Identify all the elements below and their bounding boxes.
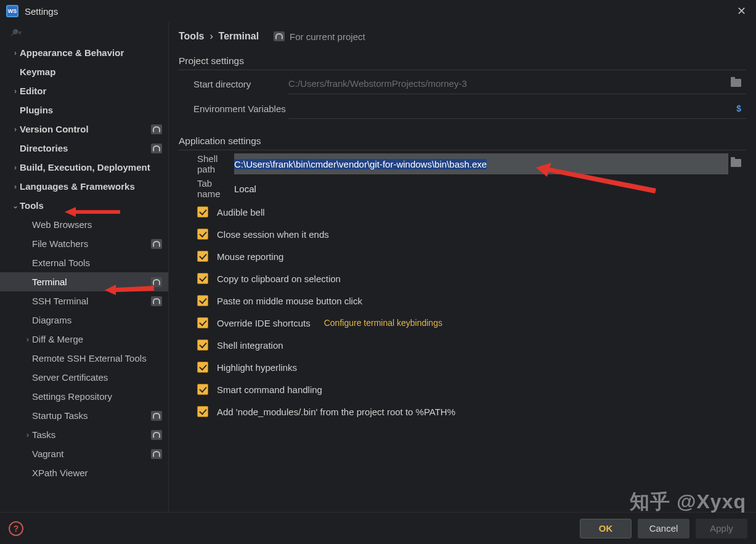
checkbox-label: Smart command handling — [217, 384, 322, 395]
close-icon[interactable]: ✕ — [733, 3, 750, 19]
chevron-right-icon: › — [11, 87, 20, 95]
project-icon — [274, 31, 285, 41]
sidebar-item-plugins[interactable]: Plugins — [0, 100, 168, 120]
sidebar-item-label: Diagrams — [32, 315, 71, 325]
checkbox[interactable] — [197, 206, 208, 217]
sidebar-item-appearance-behavior[interactable]: ›Appearance & Behavior — [0, 43, 168, 62]
configure-keybindings-link[interactable]: Configure terminal keybindings — [324, 318, 442, 328]
sidebar-item-directories[interactable]: Directories — [0, 139, 168, 158]
project-icon — [151, 411, 162, 421]
sidebar-item-diagrams[interactable]: Diagrams — [0, 311, 168, 330]
sidebar-item-xpath-viewer[interactable]: XPath Viewer — [0, 463, 168, 482]
sidebar-item-startup-tasks[interactable]: Startup Tasks — [0, 406, 168, 425]
start-directory-label: Start directory — [179, 79, 288, 89]
chevron-right-icon: › — [23, 431, 32, 439]
project-icon — [151, 296, 162, 306]
checkbox[interactable] — [197, 273, 208, 284]
checkbox-label: Paste on middle mouse button click — [217, 296, 362, 306]
sidebar-item-editor[interactable]: ›Editor — [0, 81, 168, 100]
checkbox[interactable] — [197, 229, 208, 240]
cancel-button[interactable]: Cancel — [638, 519, 689, 538]
project-icon — [151, 239, 162, 249]
checkbox[interactable] — [197, 406, 208, 417]
sidebar-item-label: Diff & Merge — [32, 334, 83, 344]
checkbox-label: Highlight hyperlinks — [217, 362, 297, 373]
sidebar-item-web-browsers[interactable]: Web Browsers — [0, 215, 168, 234]
sidebar-item-version-control[interactable]: ›Version Control — [0, 120, 168, 139]
checkbox[interactable] — [197, 251, 208, 262]
sidebar-item-label: Appearance & Behavior — [20, 47, 124, 58]
sidebar-item-label: Settings Repository — [32, 391, 112, 402]
sidebar-item-external-tools[interactable]: External Tools — [0, 253, 168, 272]
breadcrumb: Tools › Terminal — [179, 31, 259, 42]
sidebar-item-label: Keymap — [20, 67, 55, 77]
sidebar-item-diff-merge[interactable]: ›Diff & Merge — [0, 330, 168, 349]
sidebar-item-label: External Tools — [32, 258, 90, 268]
sidebar-item-server-certificates[interactable]: Server Certificates — [0, 368, 168, 387]
checkbox[interactable] — [197, 384, 208, 395]
checkbox-label: Audible bell — [217, 207, 265, 217]
checkbox[interactable] — [197, 339, 208, 351]
sidebar-item-label: Languages & Frameworks — [20, 181, 135, 192]
settings-content: Tools › Terminal For current project Pro… — [169, 22, 756, 512]
sidebar-item-label: XPath Viewer — [32, 468, 88, 478]
project-icon — [151, 124, 162, 134]
checkbox-label: Mouse reporting — [217, 251, 283, 262]
chevron-right-icon: › — [11, 49, 20, 57]
checkbox-label: Close session when it ends — [217, 229, 329, 240]
checkbox[interactable] — [197, 295, 208, 306]
sidebar-item-label: Terminal — [32, 277, 67, 287]
sidebar-item-label: Server Certificates — [32, 372, 108, 383]
sidebar-item-label: Editor — [20, 86, 46, 96]
project-settings-title: Project settings — [179, 52, 746, 70]
sidebar-item-label: Directories — [20, 143, 68, 153]
project-icon — [151, 144, 162, 153]
help-icon[interactable]: ? — [9, 521, 23, 536]
sidebar-item-label: SSH Terminal — [32, 296, 88, 306]
sidebar-item-ssh-terminal[interactable]: SSH Terminal — [0, 291, 168, 311]
checkbox-label: Copy to clipboard on selection — [217, 274, 341, 284]
checkbox-label: Add 'node_modules/.bin' from the project… — [217, 407, 455, 417]
sidebar-item-label: Plugins — [20, 105, 53, 115]
ok-button[interactable]: OK — [580, 519, 632, 538]
sidebar-item-label: Web Browsers — [32, 219, 92, 230]
shell-path-input[interactable] — [234, 153, 728, 174]
folder-icon[interactable] — [728, 159, 744, 169]
shell-path-label: Shell path — [179, 153, 234, 174]
sidebar-item-remote-ssh-external-tools[interactable]: Remote SSH External Tools — [0, 349, 168, 368]
checkbox[interactable] — [197, 317, 208, 328]
checkbox[interactable] — [197, 362, 208, 373]
sidebar-item-tasks[interactable]: ›Tasks — [0, 425, 168, 444]
chevron-right-icon: › — [23, 335, 32, 344]
app-logo: WS — [6, 5, 18, 17]
chevron-right-icon: › — [11, 163, 20, 172]
folder-icon[interactable] — [728, 79, 744, 89]
sidebar-item-terminal[interactable]: Terminal — [0, 272, 168, 291]
sidebar-item-tools[interactable]: ⌄Tools — [0, 196, 168, 215]
tab-name-label: Tab name — [179, 178, 234, 199]
sidebar-item-label: Remote SSH External Tools — [32, 353, 147, 363]
chevron-right-icon: › — [11, 125, 20, 134]
sidebar-item-label: Build, Execution, Deployment — [20, 162, 150, 173]
sidebar-item-label: Tools — [20, 200, 44, 211]
sidebar-item-label: File Watchers — [32, 238, 88, 249]
project-icon — [151, 277, 162, 287]
sidebar-item-settings-repository[interactable]: Settings Repository — [0, 387, 168, 406]
tab-name-input[interactable] — [234, 178, 744, 199]
sidebar-item-languages-frameworks[interactable]: ›Languages & Frameworks — [0, 177, 168, 196]
sidebar-item-file-watchers[interactable]: File Watchers — [0, 234, 168, 253]
sidebar-item-keymap[interactable]: Keymap — [0, 62, 168, 81]
sidebar-item-label: Tasks — [32, 429, 55, 440]
start-directory-input[interactable] — [288, 73, 728, 94]
env-variables-label: Environment Variables — [179, 104, 288, 114]
sidebar-item-label: Startup Tasks — [32, 410, 88, 421]
window-title: Settings — [25, 6, 58, 17]
env-expand-icon[interactable]: $ — [734, 104, 744, 113]
project-icon — [151, 449, 162, 459]
checkbox-label: Override IDE shortcuts — [217, 318, 311, 328]
sidebar-item-build-execution-deployment[interactable]: ›Build, Execution, Deployment — [0, 158, 168, 177]
search-input[interactable]: ▾ — [0, 22, 168, 43]
sidebar-item-vagrant[interactable]: Vagrant — [0, 444, 168, 463]
env-variables-input[interactable] — [288, 98, 734, 118]
sidebar-item-label: Version Control — [20, 124, 89, 134]
